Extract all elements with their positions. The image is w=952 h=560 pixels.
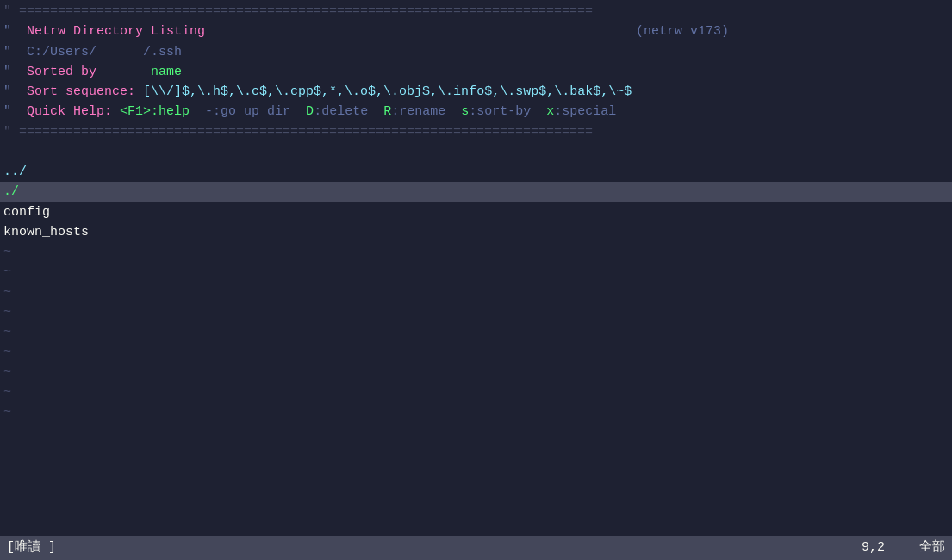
tilde-line-5: ~: [0, 322, 952, 342]
line-separator-bottom: " ======================================…: [0, 122, 952, 142]
tilde-line-8: ~: [0, 383, 952, 402]
line-separator-top: " ======================================…: [0, 2, 952, 22]
tilde-line-2: ~: [0, 262, 952, 282]
line-file-known-hosts[interactable]: known_hosts: [0, 222, 952, 242]
status-scroll: 全部: [919, 538, 945, 557]
line-empty: [0, 142, 952, 162]
line-path: " C:/Users/ /.ssh: [0, 42, 952, 62]
status-position: 9,2: [862, 538, 885, 557]
status-right-section: 9,2 全部: [862, 538, 945, 557]
file-listing-area: " ======================================…: [0, 0, 952, 536]
line-header: " Netrw Directory Listing (netrw v173): [0, 22, 952, 41]
status-bar: [唯讀 ] 9,2 全部: [0, 536, 952, 560]
line-file-config[interactable]: config: [0, 202, 952, 222]
tilde-line-6: ~: [0, 342, 952, 362]
tilde-line-1: ~: [0, 242, 952, 262]
tilde-line-9: ~: [0, 402, 952, 422]
line-quick-help: " Quick Help: <F1>:help -:go up dir D :d…: [0, 102, 952, 121]
line-sort-sequence: " Sort sequence: [\\/]$,\.h$,\.c$,\.cpp$…: [0, 82, 952, 102]
terminal-window: " ======================================…: [0, 0, 952, 560]
tilde-line-3: ~: [0, 283, 952, 302]
status-mode-label: [唯讀 ]: [7, 538, 56, 557]
line-sorted: " Sorted by name: [0, 62, 952, 82]
tilde-line-4: ~: [0, 302, 952, 322]
line-dir-up[interactable]: ../: [0, 162, 952, 182]
status-mode-section: [唯讀 ]: [7, 538, 56, 557]
tilde-line-7: ~: [0, 363, 952, 383]
line-dir-current[interactable]: ./: [0, 182, 952, 202]
